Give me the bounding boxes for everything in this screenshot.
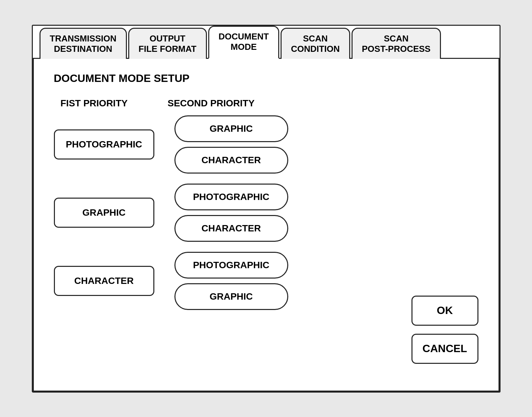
second-priority-btn-2-1[interactable]: GRAPHIC bbox=[174, 283, 288, 310]
priority-row-0: PHOTOGRAPHICGRAPHICCHARACTER bbox=[54, 115, 478, 174]
priority-row-1: GRAPHICPHOTOGRAPHICCHARACTER bbox=[54, 184, 478, 242]
cancel-button[interactable]: CANCEL bbox=[411, 334, 478, 364]
second-priority-btn-0-1[interactable]: CHARACTER bbox=[174, 147, 288, 174]
first-priority-btn-1[interactable]: GRAPHIC bbox=[54, 198, 154, 228]
priorities-header: FIST PRIORITY SECOND PRIORITY bbox=[54, 98, 478, 109]
second-priority-btn-2-0[interactable]: PHOTOGRAPHIC bbox=[174, 252, 288, 279]
second-priority-btn-0-0[interactable]: GRAPHIC bbox=[174, 115, 288, 142]
action-buttons: OK CANCEL bbox=[411, 296, 478, 364]
first-priority-label: FIST PRIORITY bbox=[61, 98, 168, 109]
priority-rows: PHOTOGRAPHICGRAPHICCHARACTERGRAPHICPHOTO… bbox=[54, 115, 478, 310]
section-title: DOCUMENT MODE SETUP bbox=[54, 72, 478, 85]
tab-output[interactable]: OUTPUT FILE FORMAT bbox=[128, 28, 207, 59]
second-priority-group-1: PHOTOGRAPHICCHARACTER bbox=[174, 184, 288, 242]
tab-document[interactable]: DOCUMENT MODE bbox=[208, 26, 279, 59]
tab-bar: TRANSMISSION DESTINATIONOUTPUT FILE FORM… bbox=[33, 26, 500, 59]
second-priority-btn-1-0[interactable]: PHOTOGRAPHIC bbox=[174, 184, 288, 210]
second-priority-label: SECOND PRIORITY bbox=[168, 98, 255, 109]
second-priority-group-0: GRAPHICCHARACTER bbox=[174, 115, 288, 174]
second-priority-btn-1-1[interactable]: CHARACTER bbox=[174, 215, 288, 242]
screen: TRANSMISSION DESTINATIONOUTPUT FILE FORM… bbox=[0, 0, 532, 417]
window: TRANSMISSION DESTINATIONOUTPUT FILE FORM… bbox=[32, 25, 501, 393]
first-priority-btn-2[interactable]: CHARACTER bbox=[54, 266, 154, 296]
ok-button[interactable]: OK bbox=[411, 296, 478, 326]
first-priority-btn-0[interactable]: PHOTOGRAPHIC bbox=[54, 129, 154, 160]
second-priority-group-2: PHOTOGRAPHICGRAPHIC bbox=[174, 252, 288, 310]
content-area: DOCUMENT MODE SETUP FIST PRIORITY SECOND… bbox=[33, 58, 500, 392]
tab-scan-condition[interactable]: SCAN CONDITION bbox=[281, 28, 350, 59]
tab-transmission[interactable]: TRANSMISSION DESTINATION bbox=[40, 28, 127, 59]
tab-scan-post[interactable]: SCAN POST-PROCESS bbox=[352, 28, 441, 59]
